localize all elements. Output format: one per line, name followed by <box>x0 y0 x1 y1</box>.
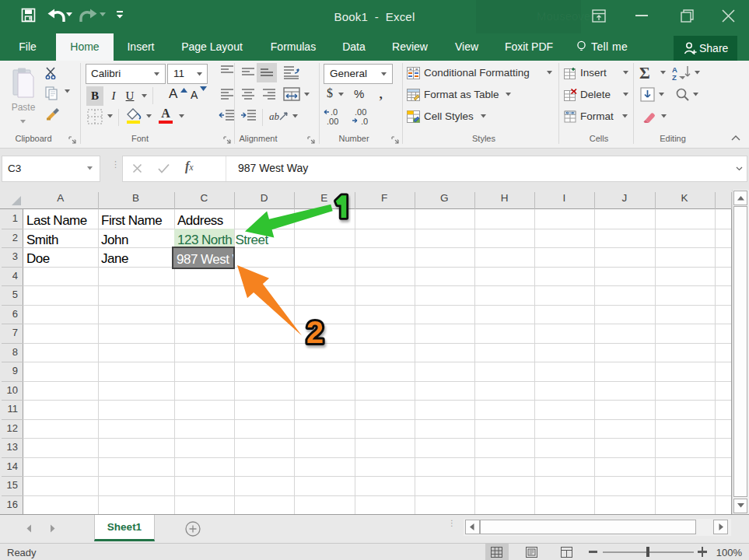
svg-text:.00: .00 <box>327 117 338 126</box>
svg-text:.0: .0 <box>361 117 368 126</box>
svg-text:ab: ab <box>269 110 280 122</box>
svg-text:.00: .00 <box>355 107 366 117</box>
svg-text:Z: Z <box>672 73 677 81</box>
svg-text:=: = <box>415 67 418 72</box>
svg-text:=: = <box>409 67 412 72</box>
svg-text:.0: .0 <box>331 107 338 117</box>
